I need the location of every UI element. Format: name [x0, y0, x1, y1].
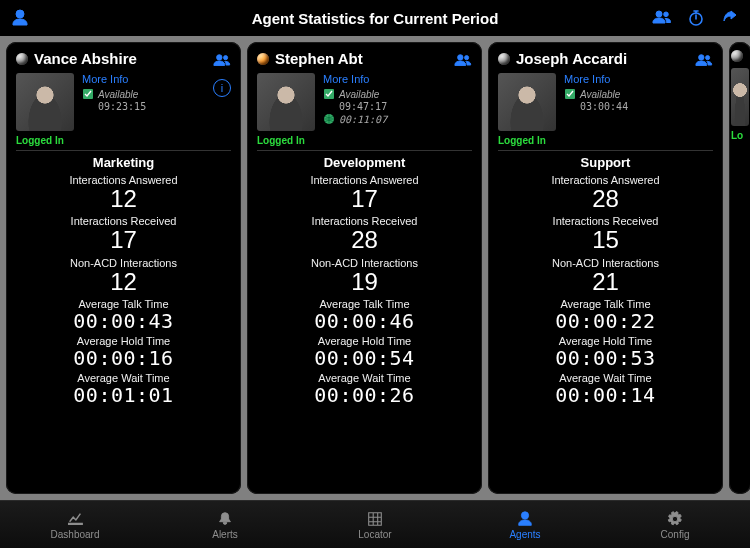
tab-config[interactable]: Config: [600, 501, 750, 548]
tab-dashboard[interactable]: Dashboard: [0, 501, 150, 548]
metric-value: 00:00:22: [498, 310, 713, 332]
people-icon[interactable]: [213, 52, 231, 66]
tab-bar: DashboardAlertsLocatorAgentsConfig: [0, 500, 750, 548]
available-time: 09:47:17: [339, 101, 387, 112]
page-title: Agent Statistics for Current Period: [0, 10, 750, 27]
people-icon[interactable]: [695, 52, 713, 66]
available-icon: [323, 88, 335, 100]
agents-icon: [514, 510, 536, 528]
avatar: [498, 73, 556, 131]
more-info-link[interactable]: More Info: [82, 73, 146, 85]
alerts-icon: [214, 510, 236, 528]
metric-value: 12: [16, 186, 231, 212]
dashboard-icon: [64, 510, 86, 528]
config-icon: [664, 510, 686, 528]
available-time: 03:00:44: [580, 101, 628, 112]
metric-value: 00:00:54: [257, 347, 472, 369]
divider: [16, 150, 231, 151]
agent-card: Vance Abshire More Info Available 09:23:…: [6, 42, 241, 494]
available-label: Available: [339, 89, 379, 100]
extra-time: 00:11:07: [339, 114, 387, 125]
agent-name: Vance Abshire: [34, 50, 207, 67]
available-label: Available: [580, 89, 620, 100]
logged-in-label: Logged In: [498, 135, 713, 146]
agent-card-scroll[interactable]: Vance Abshire More Info Available 09:23:…: [0, 36, 750, 500]
metric-value: 15: [498, 227, 713, 253]
more-info-link[interactable]: More Info: [564, 73, 628, 85]
department: Support: [498, 155, 713, 170]
divider: [257, 150, 472, 151]
available-time: 09:23:15: [98, 101, 146, 112]
status-dot-icon: [16, 53, 28, 65]
logged-in-label: Lo: [731, 130, 749, 141]
tab-alerts[interactable]: Alerts: [150, 501, 300, 548]
metric-value: 21: [498, 269, 713, 295]
metric-value: 00:00:43: [16, 310, 231, 332]
metric-label: Non-ACD Interactions: [498, 257, 713, 269]
tab-label: Agents: [509, 529, 540, 540]
department: Development: [257, 155, 472, 170]
logged-in-label: Logged In: [257, 135, 472, 146]
more-info-link[interactable]: More Info: [323, 73, 387, 85]
metric-value: 28: [498, 186, 713, 212]
tab-label: Alerts: [212, 529, 238, 540]
metric-label: Non-ACD Interactions: [16, 257, 231, 269]
tab-label: Locator: [358, 529, 391, 540]
metric-value: 00:00:16: [16, 347, 231, 369]
metric-label: Non-ACD Interactions: [257, 257, 472, 269]
tab-agents[interactable]: Agents: [450, 501, 600, 548]
status-dot-icon: [731, 50, 743, 62]
agent-card: Joseph Accardi More Info Available 03:00…: [488, 42, 723, 494]
available-icon: [564, 88, 576, 100]
people-icon[interactable]: [454, 52, 472, 66]
metric-value: 17: [16, 227, 231, 253]
info-badge-icon[interactable]: i: [213, 79, 231, 97]
metric-value: 00:00:53: [498, 347, 713, 369]
avatar: [16, 73, 74, 131]
status-dot-icon: [498, 53, 510, 65]
top-bar: Agent Statistics for Current Period: [0, 0, 750, 36]
contacts-icon[interactable]: [10, 8, 30, 28]
globe-icon: [323, 113, 335, 125]
department: Marketing: [16, 155, 231, 170]
metric-value: 12: [16, 269, 231, 295]
locator-icon: [364, 510, 386, 528]
metric-value: 00:00:46: [257, 310, 472, 332]
agent-name: Joseph Accardi: [516, 50, 689, 67]
metric-value: 17: [257, 186, 472, 212]
metric-value: 28: [257, 227, 472, 253]
divider: [498, 150, 713, 151]
available-icon: [82, 88, 94, 100]
available-label: Available: [98, 89, 138, 100]
logged-in-label: Logged In: [16, 135, 231, 146]
timer-icon[interactable]: [686, 8, 706, 28]
share-icon[interactable]: [720, 8, 740, 28]
metric-value: 00:01:01: [16, 384, 231, 406]
agent-card-peek: Lo: [729, 42, 750, 494]
metric-value: 00:00:14: [498, 384, 713, 406]
agent-card: Stephen Abt More Info Available 09:47:17…: [247, 42, 482, 494]
status-dot-icon: [257, 53, 269, 65]
avatar: [257, 73, 315, 131]
avatar: [731, 68, 749, 126]
tab-label: Config: [661, 529, 690, 540]
metric-value: 00:00:26: [257, 384, 472, 406]
tab-label: Dashboard: [51, 529, 100, 540]
tab-locator[interactable]: Locator: [300, 501, 450, 548]
agent-name: Stephen Abt: [275, 50, 448, 67]
metric-value: 19: [257, 269, 472, 295]
people-icon[interactable]: [652, 8, 672, 28]
